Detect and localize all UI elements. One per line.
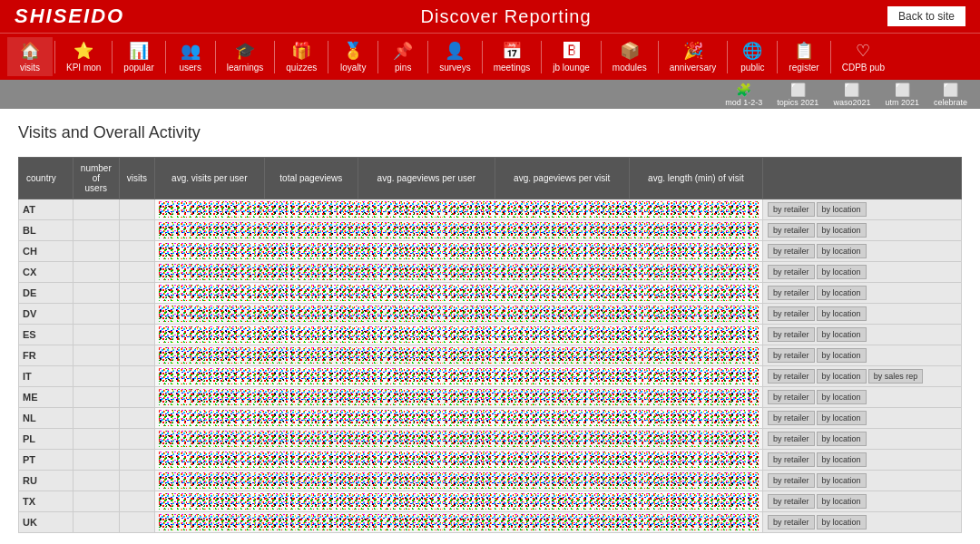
btn-by-location-CX[interactable]: by location xyxy=(817,265,867,279)
btn-by-retailer-NL[interactable]: by retailer xyxy=(768,411,815,425)
country-cell-DE: DE xyxy=(19,283,74,304)
country-cell-UK: UK xyxy=(19,512,74,533)
table-row: DVby retailerby location xyxy=(19,304,962,325)
btn-by-retailer-BL[interactable]: by retailer xyxy=(768,223,815,238)
number-cell xyxy=(119,262,154,283)
nav-item-surveys[interactable]: 👤surveys xyxy=(430,37,479,76)
surveys-icon: 👤 xyxy=(445,41,465,61)
nav-item-popular[interactable]: 📊popular xyxy=(114,37,162,76)
number-cell xyxy=(119,512,154,533)
btn-by-location-FR[interactable]: by location xyxy=(817,348,867,363)
number-cell xyxy=(73,304,119,325)
number-cell xyxy=(119,241,154,262)
btn-by-retailer-DE[interactable]: by retailer xyxy=(768,286,815,300)
btn-by-location-RU[interactable]: by location xyxy=(817,473,867,488)
nav-item-modules[interactable]: 📦modules xyxy=(603,37,656,76)
btn-cell-DE: by retailerby location xyxy=(763,283,962,304)
btn-by-retailer-FR[interactable]: by retailer xyxy=(768,348,815,363)
mod-1-2-3-icon: 🧩 xyxy=(736,83,751,97)
nav-divider xyxy=(777,41,778,73)
chart-dots xyxy=(159,306,759,322)
btn-by-retailer-ME[interactable]: by retailer xyxy=(768,390,815,404)
btn-by-retailer-DV[interactable]: by retailer xyxy=(768,306,815,321)
chart-cell xyxy=(154,366,762,387)
number-cell xyxy=(119,199,154,220)
btn-cell-AT: by retailerby location xyxy=(763,199,962,220)
country-cell-PT: PT xyxy=(19,450,74,471)
nav-item-learnings[interactable]: 🎓learnings xyxy=(218,37,273,76)
btn-cell-TX: by retailerby location xyxy=(763,491,962,512)
number-cell xyxy=(119,366,154,387)
btn-by-retailer-AT[interactable]: by retailer xyxy=(768,202,815,217)
number-cell xyxy=(73,408,119,429)
chart-dots xyxy=(159,493,759,510)
col-header-number-of-users: number of users xyxy=(73,158,119,199)
btn-by-retailer-UK[interactable]: by retailer xyxy=(768,515,815,529)
btn-by-sales-rep-IT[interactable]: by sales rep xyxy=(868,369,924,384)
nav-item-quizzes[interactable]: 🎁quizzes xyxy=(277,37,326,76)
secondary-nav-item-celebrate[interactable]: ⬜celebrate xyxy=(928,81,973,109)
btn-by-location-BL[interactable]: by location xyxy=(817,223,867,238)
nav-divider xyxy=(54,41,55,73)
nav-divider xyxy=(215,41,216,73)
btn-by-retailer-CH[interactable]: by retailer xyxy=(768,244,815,258)
btn-by-location-UK[interactable]: by location xyxy=(817,515,867,529)
nav-item-register[interactable]: 📋register xyxy=(779,37,828,76)
nav-item-cdpb-pub[interactable]: ♡CDPB pub xyxy=(833,37,894,76)
btn-by-location-IT[interactable]: by location xyxy=(817,369,867,384)
nav-divider xyxy=(541,41,542,73)
nav-item-pins[interactable]: 📌pins xyxy=(380,37,426,76)
btn-by-location-PL[interactable]: by location xyxy=(817,432,867,446)
secondary-nav-item-waso2021[interactable]: ⬜waso2021 xyxy=(828,81,876,109)
nav-item-anniversary[interactable]: 🎉anniversary xyxy=(661,37,726,76)
btn-by-retailer-PL[interactable]: by retailer xyxy=(768,432,815,446)
nav-divider xyxy=(165,41,166,73)
nav-item-public[interactable]: 🌐public xyxy=(730,37,775,76)
btn-by-retailer-PT[interactable]: by retailer xyxy=(768,452,815,467)
btn-by-location-TX[interactable]: by location xyxy=(817,494,867,509)
btn-by-retailer-ES[interactable]: by retailer xyxy=(768,327,815,342)
secondary-nav-item-mod-1-2-3[interactable]: 🧩mod 1-2-3 xyxy=(720,81,768,109)
table-row: ITby retailerby locationby sales rep xyxy=(19,366,962,387)
number-cell xyxy=(119,345,154,366)
nav-item-kpi-mon[interactable]: ⭐KPI mon xyxy=(57,37,110,76)
btn-by-location-ME[interactable]: by location xyxy=(817,390,867,404)
data-table: countrynumber of usersvisitsavg. visits … xyxy=(18,157,962,533)
secondary-nav-item-utm-2021[interactable]: ⬜utm 2021 xyxy=(879,81,925,109)
number-cell xyxy=(73,450,119,471)
btn-by-location-ES[interactable]: by location xyxy=(817,327,867,342)
nav-divider xyxy=(377,41,378,73)
nav-item-users[interactable]: 👥users xyxy=(168,37,213,76)
table-row: PLby retailerby location xyxy=(19,429,962,450)
nav-item-loyalty[interactable]: 🏅loyalty xyxy=(330,37,376,76)
nav-item-jb-lounge[interactable]: 🅱jb lounge xyxy=(544,38,599,76)
btn-by-location-NL[interactable]: by location xyxy=(817,411,867,425)
btn-by-retailer-IT[interactable]: by retailer xyxy=(768,369,815,384)
btn-by-retailer-CX[interactable]: by retailer xyxy=(768,265,815,279)
nav-divider xyxy=(482,41,483,73)
chart-dots xyxy=(159,264,759,280)
secondary-nav-item-topics-2021[interactable]: ⬜topics 2021 xyxy=(771,81,824,109)
number-cell xyxy=(73,325,119,345)
btn-by-location-CH[interactable]: by location xyxy=(817,244,867,258)
btn-by-retailer-TX[interactable]: by retailer xyxy=(768,494,815,509)
btn-by-retailer-RU[interactable]: by retailer xyxy=(768,473,815,488)
btn-cell-ME: by retailerby location xyxy=(763,387,962,408)
table-row: FRby retailerby location xyxy=(19,345,962,366)
number-cell xyxy=(73,366,119,387)
nav-divider xyxy=(328,41,328,73)
number-cell xyxy=(73,491,119,512)
table-row: BLby retailerby location xyxy=(19,220,962,241)
btn-by-location-DV[interactable]: by location xyxy=(817,306,867,321)
nav-divider xyxy=(427,41,428,73)
top-header: SHISEIDO Discover Reporting Back to site xyxy=(0,0,980,33)
btn-by-location-DE[interactable]: by location xyxy=(817,286,867,300)
chart-dots xyxy=(159,243,759,259)
chart-cell xyxy=(154,262,762,283)
number-cell xyxy=(119,429,154,450)
nav-item-meetings[interactable]: 📅meetings xyxy=(485,37,540,76)
btn-by-location-AT[interactable]: by location xyxy=(817,202,867,217)
btn-by-location-PT[interactable]: by location xyxy=(817,452,867,467)
nav-item-visits[interactable]: 🏠visits xyxy=(7,37,53,76)
back-to-site-button[interactable]: Back to site xyxy=(887,6,965,26)
